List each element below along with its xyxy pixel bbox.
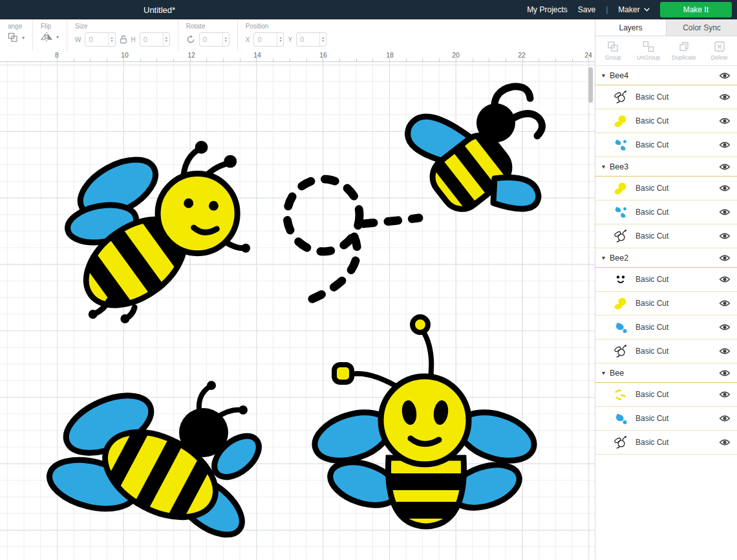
rotate-input-field[interactable] xyxy=(203,36,222,43)
layer-row[interactable]: Basic Cut xyxy=(595,177,737,200)
y-input-field[interactable] xyxy=(300,36,319,43)
layer-row[interactable]: Basic Cut xyxy=(595,109,737,133)
top-nav-actions: My Projects Save | Maker Make It xyxy=(527,2,737,17)
bee-artwork-top-left[interactable] xyxy=(61,126,254,319)
layer-label: Basic Cut xyxy=(636,390,668,399)
delete-icon xyxy=(714,41,725,52)
ruler-tick: 22 xyxy=(518,51,526,59)
layer-row[interactable]: Basic Cut xyxy=(595,431,737,455)
x-input-field[interactable] xyxy=(257,36,277,43)
ungroup-button[interactable]: UnGroup xyxy=(631,41,667,61)
duplicate-button[interactable]: Duplicate xyxy=(667,41,702,61)
visibility-eye-icon[interactable] xyxy=(719,323,731,331)
width-input-field[interactable] xyxy=(89,36,108,43)
visibility-eye-icon[interactable] xyxy=(719,438,731,446)
group-button[interactable]: Group xyxy=(595,41,631,61)
tab-layers[interactable]: Layers xyxy=(595,19,666,36)
collapse-caret-icon[interactable]: ▾ xyxy=(602,369,605,376)
visibility-eye-icon[interactable] xyxy=(719,232,731,240)
canvas-scrollbar-thumb[interactable] xyxy=(588,67,593,103)
design-canvas[interactable] xyxy=(0,62,595,560)
rotate-label: Rotate xyxy=(186,23,230,30)
layer-row[interactable]: Basic Cut xyxy=(595,292,737,316)
visibility-eye-icon[interactable] xyxy=(719,117,731,125)
layer-label: Basic Cut xyxy=(636,184,668,193)
layer-group-header-bee2[interactable]: ▾ Bee2 xyxy=(595,248,737,268)
bee-artwork-bottom-left[interactable] xyxy=(44,378,264,543)
ruler-tick: 20 xyxy=(452,51,460,59)
height-input-field[interactable] xyxy=(144,36,163,43)
collapse-caret-icon[interactable]: ▾ xyxy=(602,254,605,261)
visibility-eye-icon[interactable] xyxy=(719,93,731,101)
group-name: Bee4 xyxy=(610,71,628,80)
project-title[interactable]: Untitled* xyxy=(144,5,175,15)
dropdown-caret-icon[interactable]: ▾ xyxy=(22,35,25,41)
layer-group-header-bee[interactable]: ▾ Bee xyxy=(595,363,737,383)
visibility-eye-icon[interactable] xyxy=(719,254,731,262)
stepper-arrows-icon[interactable]: ▴▾ xyxy=(277,33,283,46)
stepper-arrows-icon[interactable]: ▴▾ xyxy=(319,33,326,46)
rotate-icon[interactable] xyxy=(186,35,195,44)
stepper-arrows-icon[interactable]: ▴▾ xyxy=(163,33,169,46)
layer-row[interactable]: Basic Cut xyxy=(595,85,737,109)
layer-row[interactable]: Basic Cut xyxy=(595,224,737,248)
ruler-tick: 14 xyxy=(253,51,261,59)
my-projects-link[interactable]: My Projects xyxy=(527,5,568,14)
machine-selector[interactable]: Maker xyxy=(618,5,649,14)
layer-group-header-bee3[interactable]: ▾ Bee3 xyxy=(595,157,737,177)
visibility-eye-icon[interactable] xyxy=(719,141,731,149)
layer-group-header-bee4[interactable]: ▾ Bee4 xyxy=(595,66,737,85)
layer-row[interactable]: Basic Cut xyxy=(595,383,737,407)
collapse-caret-icon[interactable]: ▾ xyxy=(602,163,605,170)
rotate-input[interactable]: ▴▾ xyxy=(199,32,230,47)
ruler-tick: 8 xyxy=(55,51,59,59)
layer-row[interactable]: Basic Cut xyxy=(595,268,737,292)
aspect-lock-icon[interactable] xyxy=(120,35,127,44)
x-input[interactable]: ▴▾ xyxy=(253,32,284,47)
layer-label: Basic Cut xyxy=(636,299,668,308)
visibility-eye-icon[interactable] xyxy=(719,208,731,216)
ruler-tick: 16 xyxy=(319,51,327,59)
layer-row[interactable]: Basic Cut xyxy=(595,339,737,363)
y-input[interactable]: ▴▾ xyxy=(296,32,326,47)
bee-artwork-top-right[interactable] xyxy=(398,81,546,227)
tab-color-sync[interactable]: Color Sync xyxy=(666,19,737,36)
stepper-arrows-icon[interactable]: ▴▾ xyxy=(108,33,114,46)
layer-thumbnail-bee-sketch xyxy=(612,343,629,360)
visibility-eye-icon[interactable] xyxy=(719,163,731,171)
dropdown-caret-icon[interactable]: ▾ xyxy=(56,34,59,40)
layer-thumbnail-bee-sketch xyxy=(612,89,629,105)
visibility-eye-icon[interactable] xyxy=(719,415,731,422)
layer-row[interactable]: Basic Cut xyxy=(595,133,737,157)
bee-artwork-bottom-right[interactable] xyxy=(312,310,537,542)
arrange-icon[interactable] xyxy=(8,32,18,43)
delete-button[interactable]: Delete xyxy=(701,41,737,61)
visibility-eye-icon[interactable] xyxy=(719,275,731,283)
horizontal-ruler: 8 10 12 14 16 18 20 22 24 xyxy=(0,50,595,62)
layer-thumbnail-yellow-dashes xyxy=(612,386,629,403)
ruler-tick: 12 xyxy=(187,51,195,59)
layer-row[interactable]: Basic Cut xyxy=(595,200,737,224)
height-input[interactable]: ▴▾ xyxy=(140,32,170,47)
visibility-eye-icon[interactable] xyxy=(719,391,731,398)
flip-icon[interactable] xyxy=(41,32,52,41)
layer-label: Basic Cut xyxy=(636,116,668,125)
layer-label: Basic Cut xyxy=(636,208,668,217)
delete-button-label: Delete xyxy=(711,54,728,61)
visibility-eye-icon[interactable] xyxy=(719,299,731,307)
layer-row[interactable]: Basic Cut xyxy=(595,407,737,431)
visibility-eye-icon[interactable] xyxy=(719,72,731,80)
arrange-label: ange xyxy=(8,23,25,30)
layer-row[interactable]: Basic Cut xyxy=(595,316,737,339)
visibility-eye-icon[interactable] xyxy=(719,184,731,192)
collapse-caret-icon[interactable]: ▾ xyxy=(602,72,605,79)
stepper-arrows-icon[interactable]: ▴▾ xyxy=(222,33,229,46)
visibility-eye-icon[interactable] xyxy=(719,347,731,355)
save-link[interactable]: Save xyxy=(578,5,595,14)
width-input[interactable]: ▴▾ xyxy=(85,32,115,47)
height-label: H xyxy=(131,36,136,43)
make-it-button[interactable]: Make It xyxy=(660,2,732,17)
layer-label: Basic Cut xyxy=(636,92,668,102)
visibility-eye-icon[interactable] xyxy=(719,369,731,377)
ruler-tick: 24 xyxy=(584,51,592,59)
